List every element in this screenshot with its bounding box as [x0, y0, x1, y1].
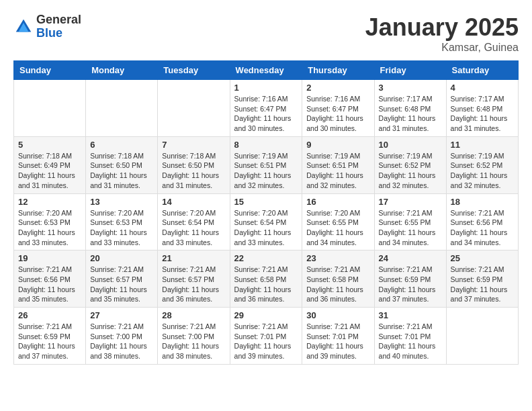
- calendar-week-row: 19Sunrise: 7:21 AM Sunset: 6:56 PM Dayli…: [14, 250, 519, 308]
- calendar-cell: 6Sunrise: 7:18 AM Sunset: 6:50 PM Daylig…: [86, 136, 158, 193]
- day-number: 14: [162, 197, 225, 207]
- day-info: Sunrise: 7:20 AM Sunset: 6:54 PM Dayligh…: [162, 208, 225, 248]
- calendar-cell: 11Sunrise: 7:19 AM Sunset: 6:52 PM Dayli…: [446, 136, 518, 193]
- calendar-cell: 2Sunrise: 7:16 AM Sunset: 6:47 PM Daylig…: [302, 80, 374, 137]
- calendar-cell: 30Sunrise: 7:21 AM Sunset: 7:01 PM Dayli…: [302, 308, 374, 365]
- calendar-cell: 9Sunrise: 7:19 AM Sunset: 6:51 PM Daylig…: [302, 136, 374, 193]
- logo-blue-text: Blue: [36, 26, 62, 40]
- day-info: Sunrise: 7:20 AM Sunset: 6:54 PM Dayligh…: [234, 208, 298, 248]
- calendar-week-row: 1Sunrise: 7:16 AM Sunset: 6:47 PM Daylig…: [14, 80, 519, 137]
- calendar-cell: 7Sunrise: 7:18 AM Sunset: 6:50 PM Daylig…: [158, 136, 230, 193]
- day-number: 5: [18, 140, 81, 150]
- weekday-header: Friday: [374, 61, 446, 80]
- day-number: 24: [379, 253, 442, 263]
- calendar-table: SundayMondayTuesdayWednesdayThursdayFrid…: [13, 60, 519, 365]
- calendar-cell: 4Sunrise: 7:17 AM Sunset: 6:48 PM Daylig…: [446, 80, 518, 137]
- calendar-cell: 10Sunrise: 7:19 AM Sunset: 6:52 PM Dayli…: [374, 136, 446, 193]
- calendar-cell: 12Sunrise: 7:20 AM Sunset: 6:53 PM Dayli…: [14, 193, 86, 250]
- day-info: Sunrise: 7:20 AM Sunset: 6:53 PM Dayligh…: [18, 208, 81, 248]
- location: Kamsar, Guinea: [365, 42, 519, 54]
- day-number: 2: [306, 83, 369, 93]
- calendar-cell: 31Sunrise: 7:21 AM Sunset: 7:01 PM Dayli…: [374, 308, 446, 365]
- day-number: 29: [234, 310, 298, 320]
- day-number: 21: [162, 253, 225, 263]
- day-number: 17: [379, 197, 442, 207]
- calendar-cell: 20Sunrise: 7:21 AM Sunset: 6:57 PM Dayli…: [86, 250, 158, 308]
- weekday-header: Thursday: [302, 61, 374, 80]
- day-number: 30: [306, 310, 369, 320]
- day-info: Sunrise: 7:21 AM Sunset: 7:00 PM Dayligh…: [90, 322, 153, 361]
- weekday-header: Monday: [86, 61, 158, 80]
- day-number: 11: [451, 140, 514, 150]
- calendar-cell: 19Sunrise: 7:21 AM Sunset: 6:56 PM Dayli…: [14, 250, 86, 308]
- day-info: Sunrise: 7:21 AM Sunset: 6:57 PM Dayligh…: [162, 265, 225, 304]
- day-info: Sunrise: 7:17 AM Sunset: 6:48 PM Dayligh…: [379, 94, 442, 134]
- day-info: Sunrise: 7:21 AM Sunset: 6:59 PM Dayligh…: [379, 265, 442, 304]
- calendar-week-row: 26Sunrise: 7:21 AM Sunset: 6:59 PM Dayli…: [14, 308, 519, 365]
- day-info: Sunrise: 7:21 AM Sunset: 6:59 PM Dayligh…: [18, 322, 81, 361]
- day-info: Sunrise: 7:19 AM Sunset: 6:51 PM Dayligh…: [306, 151, 369, 191]
- calendar-cell: 27Sunrise: 7:21 AM Sunset: 7:00 PM Dayli…: [86, 308, 158, 365]
- day-number: 7: [162, 140, 225, 150]
- weekday-header: Saturday: [446, 61, 518, 80]
- day-info: Sunrise: 7:16 AM Sunset: 6:47 PM Dayligh…: [234, 94, 298, 134]
- weekday-header: Wednesday: [230, 61, 302, 80]
- calendar-cell: 1Sunrise: 7:16 AM Sunset: 6:47 PM Daylig…: [230, 80, 302, 137]
- calendar-cell: 18Sunrise: 7:21 AM Sunset: 6:56 PM Dayli…: [446, 193, 518, 250]
- calendar-cell: 3Sunrise: 7:17 AM Sunset: 6:48 PM Daylig…: [374, 80, 446, 137]
- logo-general-text: General: [36, 13, 81, 26]
- calendar-cell: 28Sunrise: 7:21 AM Sunset: 7:00 PM Dayli…: [158, 308, 230, 365]
- calendar-cell: 26Sunrise: 7:21 AM Sunset: 6:59 PM Dayli…: [14, 308, 86, 365]
- day-number: 15: [234, 197, 298, 207]
- day-info: Sunrise: 7:21 AM Sunset: 7:01 PM Dayligh…: [234, 322, 298, 361]
- day-info: Sunrise: 7:21 AM Sunset: 6:58 PM Dayligh…: [306, 265, 369, 304]
- calendar-cell: 22Sunrise: 7:21 AM Sunset: 6:58 PM Dayli…: [230, 250, 302, 308]
- calendar-cell: 24Sunrise: 7:21 AM Sunset: 6:59 PM Dayli…: [374, 250, 446, 308]
- calendar-cell: 15Sunrise: 7:20 AM Sunset: 6:54 PM Dayli…: [230, 193, 302, 250]
- day-info: Sunrise: 7:21 AM Sunset: 7:00 PM Dayligh…: [162, 322, 225, 361]
- day-info: Sunrise: 7:21 AM Sunset: 6:55 PM Dayligh…: [379, 208, 442, 248]
- day-number: 23: [306, 253, 369, 263]
- month-title: January 2025: [365, 13, 519, 42]
- calendar-cell: [86, 80, 158, 137]
- day-number: 26: [18, 310, 81, 320]
- title-block: January 2025 Kamsar, Guinea: [365, 13, 519, 54]
- weekday-header-row: SundayMondayTuesdayWednesdayThursdayFrid…: [14, 61, 519, 80]
- day-info: Sunrise: 7:21 AM Sunset: 6:56 PM Dayligh…: [451, 208, 514, 248]
- day-info: Sunrise: 7:20 AM Sunset: 6:55 PM Dayligh…: [306, 208, 369, 248]
- day-number: 8: [234, 140, 298, 150]
- calendar-cell: [14, 80, 86, 137]
- day-number: 28: [162, 310, 225, 320]
- day-info: Sunrise: 7:21 AM Sunset: 6:58 PM Dayligh…: [234, 265, 298, 304]
- day-info: Sunrise: 7:20 AM Sunset: 6:53 PM Dayligh…: [90, 208, 153, 248]
- day-info: Sunrise: 7:19 AM Sunset: 6:51 PM Dayligh…: [234, 151, 298, 191]
- page-header: General Blue January 2025 Kamsar, Guinea: [13, 13, 519, 54]
- day-number: 19: [18, 253, 81, 263]
- weekday-header: Tuesday: [158, 61, 230, 80]
- calendar-cell: 23Sunrise: 7:21 AM Sunset: 6:58 PM Dayli…: [302, 250, 374, 308]
- calendar-cell: 16Sunrise: 7:20 AM Sunset: 6:55 PM Dayli…: [302, 193, 374, 250]
- calendar-cell: [158, 80, 230, 137]
- day-number: 31: [379, 310, 442, 320]
- day-number: 1: [234, 83, 298, 93]
- day-number: 27: [90, 310, 153, 320]
- weekday-header: Sunday: [14, 61, 86, 80]
- day-number: 12: [18, 197, 81, 207]
- day-info: Sunrise: 7:21 AM Sunset: 7:01 PM Dayligh…: [306, 322, 369, 361]
- day-info: Sunrise: 7:18 AM Sunset: 6:50 PM Dayligh…: [90, 151, 153, 191]
- day-info: Sunrise: 7:19 AM Sunset: 6:52 PM Dayligh…: [379, 151, 442, 191]
- calendar-cell: 29Sunrise: 7:21 AM Sunset: 7:01 PM Dayli…: [230, 308, 302, 365]
- day-info: Sunrise: 7:21 AM Sunset: 7:01 PM Dayligh…: [379, 322, 442, 361]
- calendar-week-row: 12Sunrise: 7:20 AM Sunset: 6:53 PM Dayli…: [14, 193, 519, 250]
- calendar-cell: 14Sunrise: 7:20 AM Sunset: 6:54 PM Dayli…: [158, 193, 230, 250]
- day-number: 20: [90, 253, 153, 263]
- day-number: 10: [379, 140, 442, 150]
- day-info: Sunrise: 7:18 AM Sunset: 6:49 PM Dayligh…: [18, 151, 81, 191]
- day-number: 6: [90, 140, 153, 150]
- calendar-cell: 8Sunrise: 7:19 AM Sunset: 6:51 PM Daylig…: [230, 136, 302, 193]
- calendar-cell: 21Sunrise: 7:21 AM Sunset: 6:57 PM Dayli…: [158, 250, 230, 308]
- calendar-cell: [446, 308, 518, 365]
- day-number: 13: [90, 197, 153, 207]
- calendar-cell: 5Sunrise: 7:18 AM Sunset: 6:49 PM Daylig…: [14, 136, 86, 193]
- logo-icon: [13, 17, 34, 37]
